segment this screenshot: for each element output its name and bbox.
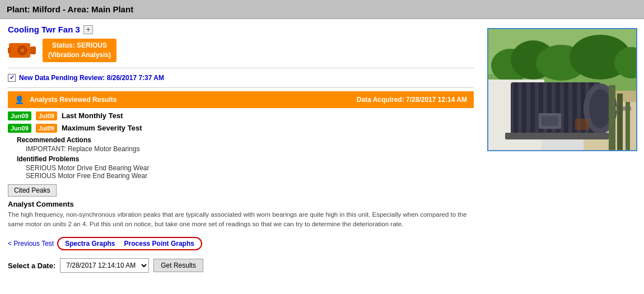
svg-rect-18: [522, 82, 526, 133]
analysts-bar: 👤 Analysts Reviewed Results Data Acquire…: [8, 91, 474, 108]
status-badge: Status: SERIOUS (Vibration Analysis): [43, 39, 116, 62]
monthly-tag2[interactable]: Jul09: [36, 111, 57, 120]
header-title: Plant: Milford - Area: Main Plant: [7, 4, 133, 14]
right-panel: [482, 19, 644, 278]
select-date-label: Select a Date:: [8, 262, 55, 270]
analysts-right: Data Acquired: 7/28/2017 12:14 AM: [357, 96, 467, 104]
svg-rect-2: [8, 48, 11, 53]
severity-tag1[interactable]: Jun09: [8, 124, 31, 133]
problem-2: SERIOUS Motor Free End Bearing Wear: [26, 172, 474, 180]
monthly-test-row: Jun09 Jul09 Last Monthly Test: [8, 111, 474, 120]
date-select[interactable]: 7/28/2017 12:14:10 AM: [60, 258, 149, 273]
svg-rect-17: [514, 82, 518, 133]
divider-1: [8, 68, 474, 68]
monthly-tag1[interactable]: Jun09: [8, 111, 31, 120]
new-data-text: New Data Pending Review: 8/26/2017 7:37 …: [19, 74, 164, 82]
svg-rect-34: [575, 119, 589, 130]
svg-point-4: [21, 49, 24, 52]
svg-rect-31: [609, 85, 615, 151]
motor-icon: [8, 40, 37, 61]
divider-2: [8, 87, 474, 88]
severity-tag2[interactable]: Jul09: [36, 124, 57, 133]
prev-test-link[interactable]: < Previous Test: [8, 240, 54, 248]
spectra-graphs-link[interactable]: Spectra Graphs: [65, 240, 115, 248]
select-date-row: Select a Date: 7/28/2017 12:14:10 AM Get…: [8, 258, 474, 273]
status-label: Status: SERIOUS: [48, 41, 111, 50]
max-severity-row: Jun09 Jul09 Maximum Severity Test: [8, 124, 474, 133]
get-results-button[interactable]: Get Results: [153, 259, 203, 272]
nav-oval: Spectra Graphs Process Point Graphs: [57, 237, 202, 250]
analysts-left: Analysts Reviewed Results: [30, 96, 116, 104]
svg-rect-19: [530, 82, 535, 133]
recommended-action-1: IMPORTANT: Replace Motor Bearings: [26, 145, 474, 153]
equipment-title-row: Cooling Twr Fan 3 +: [8, 25, 474, 34]
person-icon: 👤: [15, 95, 24, 104]
monthly-test-label: Last Monthly Test: [62, 111, 123, 120]
equipment-name-link[interactable]: Cooling Twr Fan 3: [8, 25, 80, 34]
new-data-row: New Data Pending Review: 8/26/2017 7:37 …: [8, 72, 474, 84]
status-row: Status: SERIOUS (Vibration Analysis): [8, 39, 474, 62]
checkbox-icon: [8, 74, 16, 82]
svg-rect-32: [617, 94, 623, 151]
svg-point-28: [589, 89, 612, 128]
analyst-comments-title: Analyst Comments: [8, 200, 474, 208]
svg-rect-23: [564, 82, 568, 133]
page-header: Plant: Milford - Area: Main Plant: [0, 0, 644, 19]
problem-1: SERIOUS Motor Drive End Bearing Wear: [26, 164, 474, 172]
svg-rect-1: [30, 46, 36, 54]
recommended-actions-label: Recommended Actions: [17, 136, 474, 144]
equipment-image: [487, 28, 637, 151]
analyst-comments-text: The high frequency, non-synchronous vibr…: [8, 210, 474, 230]
cited-peaks-button[interactable]: Cited Peaks: [8, 184, 57, 197]
add-equipment-button[interactable]: +: [83, 25, 93, 34]
svg-rect-33: [626, 102, 630, 151]
identified-problems-label: Identified Problems: [17, 155, 474, 163]
bottom-nav: < Previous Test Spectra Graphs Process P…: [8, 235, 474, 253]
process-point-graphs-link[interactable]: Process Point Graphs: [124, 240, 194, 248]
svg-rect-30: [505, 133, 609, 139]
svg-rect-36: [542, 116, 558, 126]
status-sub: (Vibration Analysis): [48, 50, 111, 60]
max-severity-label: Maximum Severity Test: [62, 124, 142, 132]
